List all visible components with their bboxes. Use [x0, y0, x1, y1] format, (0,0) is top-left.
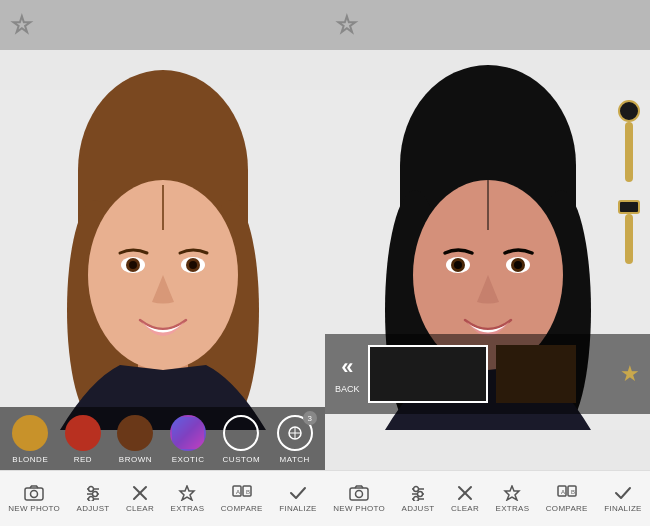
- extras-icon-right: [503, 485, 521, 501]
- right-photo-area: « BACK ★: [325, 50, 650, 470]
- swatch-label-custom: CUSTOM: [223, 455, 261, 464]
- selected-color-box[interactable]: [368, 345, 488, 403]
- left-panel: ★: [0, 0, 325, 526]
- extras-icon: [178, 485, 196, 501]
- left-photo-area: BLONDE RED BROWN EXOTIC CUSTOM: [0, 50, 325, 470]
- right-extras-label: EXTRAS: [496, 504, 530, 513]
- swatch-match[interactable]: 3 MATCH: [277, 415, 313, 464]
- swatch-label-brown: BROWN: [119, 455, 152, 464]
- svg-text:A: A: [236, 489, 240, 495]
- right-toolbar-compare[interactable]: A B COMPARE: [546, 485, 588, 513]
- right-compare-label: COMPARE: [546, 504, 588, 513]
- right-top-bar: ★: [325, 0, 650, 50]
- swatch-blonde[interactable]: BLONDE: [12, 415, 48, 464]
- left-toolbar-extras[interactable]: EXTRAS: [171, 485, 205, 513]
- swatch-label-red: RED: [74, 455, 92, 464]
- svg-point-53: [414, 496, 419, 501]
- svg-point-49: [414, 486, 419, 491]
- right-toolbar-finalize[interactable]: FINALIZE: [604, 485, 642, 513]
- camera-icon: [24, 485, 44, 501]
- finalize-icon-right: [614, 485, 632, 501]
- svg-point-41: [454, 261, 462, 269]
- svg-text:B: B: [246, 489, 250, 495]
- swatch-label-blonde: BLONDE: [12, 455, 48, 464]
- back-label: BACK: [335, 384, 360, 394]
- left-favorite-star[interactable]: ★: [12, 12, 32, 38]
- svg-point-44: [514, 261, 522, 269]
- finalize-icon: [289, 485, 307, 501]
- right-finalize-label: FINALIZE: [604, 504, 642, 513]
- camera-icon-right: [349, 485, 369, 501]
- svg-text:A: A: [561, 489, 565, 495]
- flat-brush-tool[interactable]: [618, 200, 640, 264]
- preview-color-box[interactable]: [496, 345, 576, 403]
- adjust-icon-right: [409, 485, 427, 501]
- brush-handle-2: [625, 214, 633, 264]
- swatch-circle-brown: [117, 415, 153, 451]
- right-toolbar-extras[interactable]: EXTRAS: [496, 485, 530, 513]
- brush-tools: [618, 100, 640, 264]
- gold-star-icon: ★: [620, 361, 640, 386]
- swatch-exotic[interactable]: EXOTIC: [170, 415, 206, 464]
- svg-point-18: [31, 490, 38, 497]
- adjust-icon: [84, 485, 102, 501]
- right-toolbar-clear[interactable]: CLEAR: [451, 485, 479, 513]
- left-toolbar-finalize[interactable]: FINALIZE: [279, 485, 317, 513]
- swatch-custom[interactable]: CUSTOM: [223, 415, 261, 464]
- swatch-circle-exotic: [170, 415, 206, 451]
- compare-icon-right: A B: [557, 485, 577, 501]
- swatch-brown[interactable]: BROWN: [117, 415, 153, 464]
- svg-marker-27: [180, 486, 194, 500]
- back-button[interactable]: « BACK: [335, 354, 360, 394]
- svg-text:B: B: [571, 489, 575, 495]
- svg-point-12: [189, 261, 197, 269]
- left-adjust-label: ADJUST: [77, 504, 110, 513]
- compare-icon: A B: [232, 485, 252, 501]
- left-toolbar-new-photo[interactable]: NEW PHOTO: [8, 485, 60, 513]
- left-compare-label: COMPARE: [221, 504, 263, 513]
- svg-point-51: [418, 491, 423, 496]
- swatch-circle-custom: [223, 415, 259, 451]
- right-toolbar: NEW PHOTO ADJUST CLEAR EXTRAS: [325, 470, 650, 526]
- svg-point-47: [356, 490, 363, 497]
- right-toolbar-adjust[interactable]: ADJUST: [402, 485, 435, 513]
- left-top-bar: ★: [0, 0, 325, 50]
- clear-icon: [132, 485, 148, 501]
- svg-point-24: [89, 496, 94, 501]
- back-chevron-icon: «: [341, 354, 353, 380]
- left-toolbar-adjust[interactable]: ADJUST: [77, 485, 110, 513]
- right-panel: ★: [325, 0, 650, 526]
- left-extras-label: EXTRAS: [171, 504, 205, 513]
- brush-head-flat: [618, 200, 640, 214]
- right-favorite-star[interactable]: ★: [337, 12, 357, 38]
- left-toolbar: NEW PHOTO ADJUST CLEAR EXTRAS: [0, 470, 325, 526]
- right-color-star[interactable]: ★: [620, 361, 640, 387]
- left-new-photo-label: NEW PHOTO: [8, 504, 60, 513]
- left-toolbar-clear[interactable]: CLEAR: [126, 485, 154, 513]
- swatch-red[interactable]: RED: [65, 415, 101, 464]
- match-icon: [286, 424, 304, 442]
- right-adjust-label: ADJUST: [402, 504, 435, 513]
- svg-point-22: [93, 491, 98, 496]
- swatch-circle-red: [65, 415, 101, 451]
- left-clear-label: CLEAR: [126, 504, 154, 513]
- swatch-label-exotic: EXOTIC: [172, 455, 205, 464]
- left-toolbar-compare[interactable]: A B COMPARE: [221, 485, 263, 513]
- left-finalize-label: FINALIZE: [279, 504, 317, 513]
- brush-head-round: [618, 100, 640, 122]
- round-brush-tool[interactable]: [618, 100, 640, 182]
- match-badge: 3: [303, 411, 317, 425]
- svg-marker-56: [505, 486, 519, 500]
- color-picker-area: « BACK ★: [325, 334, 650, 414]
- right-toolbar-new-photo[interactable]: NEW PHOTO: [333, 485, 385, 513]
- svg-point-20: [89, 486, 94, 491]
- color-swatches-bar: BLONDE RED BROWN EXOTIC CUSTOM: [0, 407, 325, 470]
- swatch-circle-blonde: [12, 415, 48, 451]
- brush-handle-1: [625, 122, 633, 182]
- clear-icon-right: [457, 485, 473, 501]
- svg-point-9: [129, 261, 137, 269]
- right-new-photo-label: NEW PHOTO: [333, 504, 385, 513]
- swatch-label-match: MATCH: [280, 455, 310, 464]
- right-clear-label: CLEAR: [451, 504, 479, 513]
